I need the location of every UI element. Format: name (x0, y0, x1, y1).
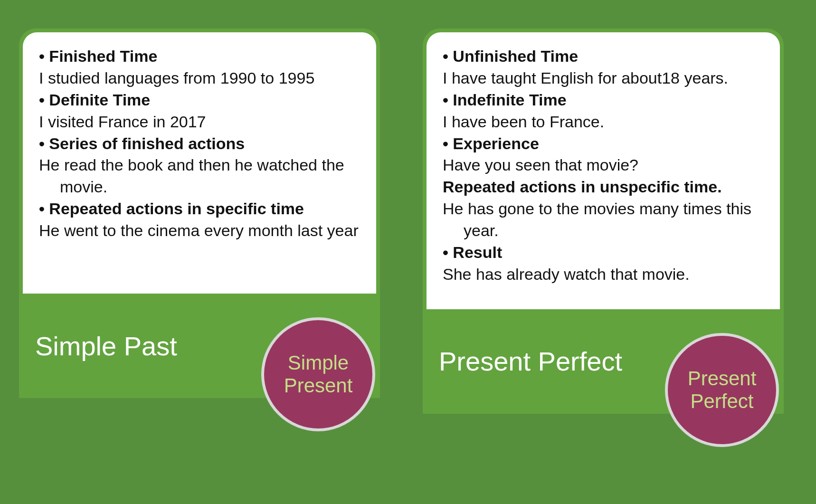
bullet-heading: Result (443, 242, 764, 264)
bullet-heading-nobullet: Repeated actions in unspecific time. (443, 176, 764, 198)
example-text: He has gone to the movies many times thi… (443, 198, 764, 242)
badge-line: Present (284, 374, 353, 397)
example-text: I studied languages from 1990 to 1995 (39, 67, 360, 89)
card-footer: Present Perfect Present Perfect (423, 309, 784, 414)
bullet-heading: Series of finished actions (39, 133, 360, 155)
badge-line: Simple (288, 352, 349, 374)
card-present-perfect: Unfinished Time I have taught English fo… (423, 29, 784, 414)
card-title: Simple Past (35, 331, 177, 361)
bullet-heading: Indefinite Time (443, 89, 764, 111)
example-text: He read the book and then he watched the… (39, 154, 360, 198)
bullet-heading: Experience (443, 133, 764, 155)
example-text: She has already watch that movie. (443, 264, 764, 285)
example-text: I have taught English for about18 years. (443, 67, 764, 89)
example-text: He went to the cinema every month last y… (39, 220, 360, 242)
card-body: Unfinished Time I have taught English fo… (427, 32, 780, 309)
slide-stage: Finished Time I studied languages from 1… (0, 0, 816, 504)
example-text: Have you seen that movie? (443, 154, 764, 176)
bullet-heading: Finished Time (39, 46, 360, 67)
badge-line: Perfect (690, 390, 753, 413)
card-simple-past: Finished Time I studied languages from 1… (19, 29, 380, 398)
bullet-heading: Definite Time (39, 89, 360, 111)
example-text: I visited France in 2017 (39, 111, 360, 133)
card-footer: Simple Past Simple Present (19, 294, 380, 398)
card-body: Finished Time I studied languages from 1… (23, 32, 376, 294)
example-text: I have been to France. (443, 111, 764, 133)
badge-circle: Present Perfect (665, 333, 779, 447)
bullet-heading: Unfinished Time (443, 46, 764, 67)
bullet-heading: Repeated actions in specific time (39, 198, 360, 220)
card-title: Present Perfect (439, 346, 622, 377)
badge-circle: Simple Present (261, 317, 375, 431)
badge-line: Present (688, 367, 757, 390)
